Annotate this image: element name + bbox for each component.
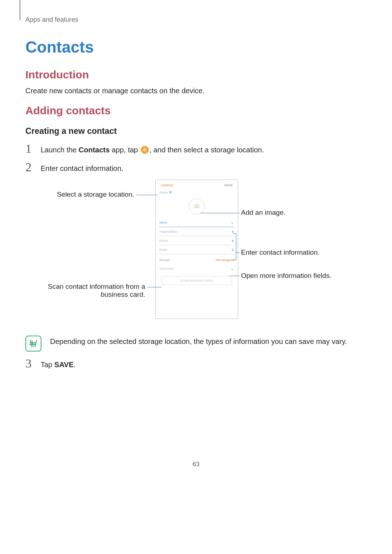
add-image-button[interactable] xyxy=(189,198,205,214)
text-fragment: , and then select a storage location. xyxy=(150,146,264,154)
leader-line xyxy=(136,195,158,195)
step-2: 2 Enter contact information. xyxy=(25,161,367,174)
text-fragment: Tap xyxy=(41,361,54,369)
note-icon xyxy=(25,336,41,352)
text-bold: Contacts xyxy=(79,146,110,154)
step-3: 3 Tap SAVE. xyxy=(25,357,367,370)
breadcrumb: Apps and features xyxy=(25,16,367,24)
groups-label: Groups xyxy=(159,258,170,262)
step-number: 3 xyxy=(25,357,34,370)
step-number: 2 xyxy=(25,161,34,173)
field-label: Phone xyxy=(159,239,168,242)
leader-line xyxy=(229,276,240,276)
chevron-down-icon: ⌄ xyxy=(230,266,234,271)
callout-image: Add an image. xyxy=(241,209,286,217)
storage-label: Phone xyxy=(159,191,168,194)
plus-icon: + xyxy=(141,146,149,154)
text-bold: SAVE xyxy=(54,361,74,369)
leader-line xyxy=(147,287,162,287)
callout-storage: Select a storage location. xyxy=(25,190,134,198)
more-label: View more xyxy=(159,267,174,270)
illustration: CANCEL SAVE Phone Name ⌄ Organisation + xyxy=(25,180,367,332)
step-text: Launch the Contacts app, tap +, and then… xyxy=(41,143,264,155)
step-1: 1 Launch the Contacts app, tap +, and th… xyxy=(25,143,367,155)
section-introduction: Introduction xyxy=(25,69,367,81)
phone-mock: CANCEL SAVE Phone Name ⌄ Organisation + xyxy=(155,180,238,319)
callout-more: Open more information fields. xyxy=(241,272,331,280)
email-field[interactable]: Email + xyxy=(159,245,234,254)
note-text: Depending on the selected storage locati… xyxy=(50,336,347,347)
field-label: Name xyxy=(159,221,167,224)
organisation-field[interactable]: Organisation + xyxy=(159,227,234,236)
callout-fields: Enter contact information. xyxy=(241,249,320,257)
text-fragment: Launch the xyxy=(41,146,79,154)
save-button[interactable]: SAVE xyxy=(224,184,233,187)
step-text: Tap SAVE. xyxy=(41,357,75,370)
step-number: 1 xyxy=(25,143,34,155)
field-label: Organisation xyxy=(159,230,177,233)
cancel-button[interactable]: CANCEL xyxy=(161,184,174,187)
intro-text: Create new contacts or manage contacts o… xyxy=(25,86,367,96)
leader-line xyxy=(200,213,240,213)
name-field[interactable]: Name ⌄ xyxy=(159,218,234,227)
camera-icon xyxy=(194,204,200,210)
groups-value: Not assigned xyxy=(216,258,234,262)
bracket xyxy=(233,233,236,260)
chevron-down-icon: ⌄ xyxy=(230,220,234,225)
text-line: business card. xyxy=(101,291,145,298)
text-line: Scan contact information from a xyxy=(48,283,145,290)
section-adding-contacts: Adding contacts xyxy=(25,104,367,117)
phone-action-bar: CANCEL SAVE xyxy=(156,180,238,190)
view-more-row[interactable]: View more ⌄ xyxy=(159,264,234,272)
phone-field[interactable]: Phone + xyxy=(159,236,234,245)
note: Depending on the selected storage locati… xyxy=(25,336,367,352)
field-label: Email xyxy=(159,248,167,251)
svg-point-0 xyxy=(196,205,197,207)
text-fragment: . xyxy=(74,361,76,369)
text-fragment: app, tap xyxy=(110,146,140,154)
scan-card-button[interactable]: SCAN BUSINESS CARD xyxy=(162,276,232,285)
step-text: Enter contact information. xyxy=(41,161,123,174)
dropdown-icon xyxy=(169,192,172,193)
page-title: Contacts xyxy=(25,38,367,56)
groups-row[interactable]: Groups Not assigned xyxy=(159,256,234,264)
page-number: 63 xyxy=(25,461,367,468)
storage-selector[interactable]: Phone xyxy=(156,190,238,196)
subsection-creating-contact: Creating a new contact xyxy=(25,126,367,136)
leader-line xyxy=(236,253,240,253)
callout-scan: Scan contact information from a business… xyxy=(25,283,145,299)
page-edge-marker xyxy=(20,0,20,20)
